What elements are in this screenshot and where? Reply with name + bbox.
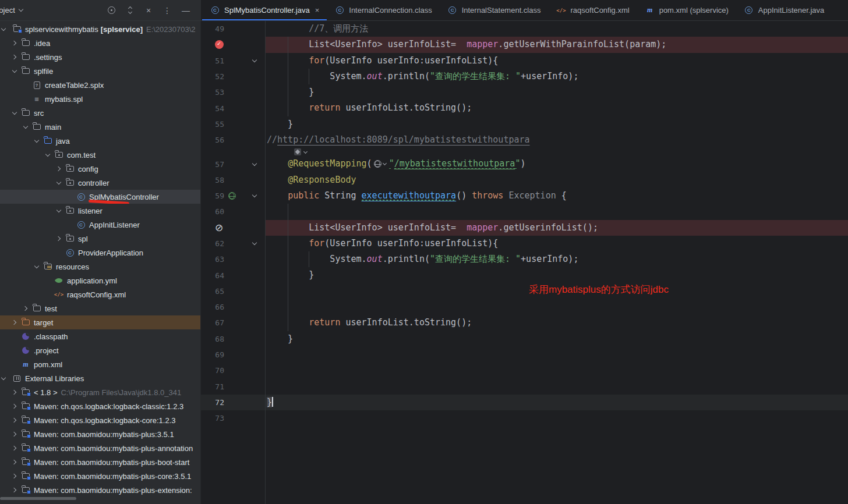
locate-file-icon[interactable]	[107, 6, 116, 15]
tree-item-maven-com-baomidou-mybatis-plus-core-3-5-1[interactable]: Maven: com.baomidou:mybatis-plus-core:3.…	[0, 469, 200, 483]
tree-item-providerapplication[interactable]: CProviderApplication	[0, 246, 200, 260]
chevron-right-icon[interactable]	[10, 485, 19, 495]
tree-item-appinitlistener[interactable]: CAppInitListener	[0, 218, 200, 232]
fold-arrow-icon[interactable]	[250, 239, 259, 249]
chevron-down-icon[interactable]	[0, 374, 8, 383]
tree-item-settings[interactable]: .settings	[0, 50, 200, 64]
code-editor[interactable]: 49 //7、调用方法✓ List<UserInfo> userInfoList…	[201, 21, 848, 504]
tree-item-spl[interactable]: spl	[0, 232, 200, 246]
code-text[interactable]: for(UserInfo userInfo:userInfoList){	[265, 53, 498, 69]
editor-gutter[interactable]: 51	[201, 53, 265, 69]
request-mapping-globe-icon[interactable]	[374, 160, 387, 168]
editor-gutter[interactable]: 65	[201, 283, 265, 299]
editor-gutter[interactable]: 53	[201, 84, 265, 100]
tree-item-raqsoftconfig-xml[interactable]: </>raqsoftConfig.xml	[0, 288, 200, 301]
tree-item-main[interactable]: main	[0, 120, 200, 134]
tree-item-src[interactable]: src	[0, 106, 200, 120]
breakpoint-icon[interactable]: ✓	[215, 40, 224, 49]
tree-item-1-8[interactable]: < 1.8 >C:\Program Files\Java\jdk1.8.0_34…	[0, 385, 200, 399]
editor-gutter[interactable]: 67	[201, 315, 265, 331]
tree-item-external-libraries[interactable]: External Libraries	[0, 371, 200, 385]
chevron-down-icon[interactable]	[54, 178, 63, 187]
editor-gutter[interactable]: 62	[201, 236, 265, 251]
editor-gutter[interactable]: 54	[201, 100, 265, 116]
chevron-down-icon[interactable]	[32, 262, 41, 271]
code-line-52[interactable]: 52 System.out.println("查询的学生结果集: "+userI…	[201, 69, 848, 84]
code-text[interactable]: @RequestMapping("/mybatistestwithoutpara…	[265, 156, 525, 172]
code-line-66[interactable]: 66	[201, 299, 848, 315]
chevron-down-icon[interactable]	[54, 206, 63, 215]
code-text[interactable]: System.out.println("查询的学生结果集: "+userInfo…	[265, 251, 578, 267]
chevron-right-icon[interactable]	[54, 234, 63, 243]
tree-item-com-test[interactable]: com.test	[0, 148, 200, 162]
code-text[interactable]	[265, 283, 267, 299]
code-line-49[interactable]: 49 //7、调用方法	[201, 21, 848, 37]
code-line-69[interactable]: 69	[201, 347, 848, 363]
editor-gutter[interactable]: 64	[201, 267, 265, 283]
code-text[interactable]	[265, 363, 267, 378]
code-text[interactable]: List<UserInfo> userInfoList= mapper.getU…	[265, 220, 598, 236]
editor-gutter[interactable]: 58	[201, 172, 265, 188]
chevron-down-icon[interactable]	[10, 66, 19, 76]
code-text[interactable]	[265, 299, 267, 315]
project-view-selector[interactable]: roject	[0, 6, 26, 15]
code-line-68[interactable]: 68 }	[201, 331, 848, 347]
code-text[interactable]	[265, 379, 267, 395]
chevron-down-icon[interactable]	[32, 136, 41, 145]
editor-gutter[interactable]: 73	[201, 410, 265, 426]
tab-splmybatiscontroller-java[interactable]: CSplMybatisController.java×	[202, 0, 327, 20]
tab-internalconnection-class[interactable]: CInternalConnection.class	[327, 0, 439, 20]
tree-item-pom-xml[interactable]: mpom.xml	[0, 357, 200, 371]
chevron-down-icon[interactable]	[0, 24, 8, 34]
code-line-58[interactable]: 58 @ResponseBody	[201, 172, 848, 188]
tree-item-application-yml[interactable]: application.yml	[0, 274, 200, 288]
chevron-right-icon[interactable]	[10, 388, 19, 397]
code-text[interactable]: }	[265, 331, 293, 347]
code-text[interactable]: System.out.println("查询的学生结果集: "+userInfo…	[265, 69, 578, 84]
tree-item-resources[interactable]: resources	[0, 260, 200, 274]
tree-item-splfile[interactable]: splfile	[0, 64, 200, 78]
code-line-59[interactable]: 59 public String executewithoutpara() th…	[201, 188, 848, 204]
chevron-down-icon[interactable]	[21, 122, 30, 132]
code-text[interactable]: //7、调用方法	[265, 21, 368, 37]
code-line-50[interactable]: ✓ List<UserInfo> userInfoList= mapper.ge…	[201, 37, 848, 52]
editor-gutter[interactable]: 49	[201, 21, 265, 37]
code-line-72[interactable]: 72}	[201, 395, 848, 410]
editor-gutter[interactable]: 71	[201, 379, 265, 395]
code-text[interactable]: public String executewithoutpara() throw…	[265, 188, 567, 204]
horizontal-scrollbar[interactable]	[0, 497, 76, 500]
code-line-70[interactable]: 70	[201, 363, 848, 378]
close-tab-icon[interactable]: ×	[315, 6, 320, 15]
bean-inlay-icon[interactable]	[294, 148, 301, 155]
editor-gutter[interactable]: 57	[201, 156, 265, 172]
hide-panel-icon[interactable]: —	[181, 6, 190, 15]
tree-item-maven-com-baomidou-mybatis-plus-boot-start[interactable]: Maven: com.baomidou:mybatis-plus-boot-st…	[0, 455, 200, 469]
code-line-57[interactable]: 57 @RequestMapping("/mybatistestwithoutp…	[201, 156, 848, 172]
spring-endpoint-icon[interactable]	[228, 192, 236, 200]
code-line-64[interactable]: 64 }	[201, 267, 848, 283]
tab-raqsoftconfig-xml[interactable]: </>raqsoftConfig.xml	[549, 0, 637, 20]
tree-item-splservicewithmybatis[interactable]: splservicewithmybatis[splservice]E:\2023…	[0, 22, 200, 36]
tree-item-maven-ch-qos-logback-logback-classic-1-2-3[interactable]: Maven: ch.qos.logback:logback-classic:1.…	[0, 399, 200, 413]
tree-item-createtable2-splx[interactable]: ?createTable2.splx	[0, 78, 200, 92]
code-line-60[interactable]: 60	[201, 204, 848, 219]
chevron-right-icon[interactable]	[54, 164, 63, 173]
chevron-down-icon[interactable]	[10, 108, 19, 118]
tree-item-maven-com-baomidou-mybatis-plus-annotation[interactable]: Maven: com.baomidou:mybatis-plus-annotat…	[0, 441, 200, 455]
editor-gutter[interactable]: 72	[201, 395, 265, 410]
tab-pom-xml-splservice[interactable]: mpom.xml (splservice)	[637, 0, 736, 20]
code-text[interactable]: return userInfoList.toString();	[265, 100, 472, 116]
chevron-right-icon[interactable]	[10, 430, 19, 439]
code-line-62[interactable]: 62 for(UserInfo userInfo:userInfoList){	[201, 236, 848, 251]
chevron-right-icon[interactable]	[10, 38, 19, 48]
tab-internalstatement-class[interactable]: CInternalStatement.class	[440, 0, 549, 20]
tree-item-controller[interactable]: controller	[0, 176, 200, 190]
endpoint-inlay-hint[interactable]	[201, 148, 848, 156]
code-text[interactable]: List<UserInfo> userInfoList= mapper.getU…	[265, 37, 666, 52]
fold-arrow-icon[interactable]	[250, 191, 259, 201]
chevron-right-icon[interactable]	[10, 52, 19, 62]
code-line-51[interactable]: 51 for(UserInfo userInfo:userInfoList){	[201, 53, 848, 69]
tree-item-config[interactable]: config	[0, 162, 200, 176]
code-line-73[interactable]: 73	[201, 410, 848, 426]
chevron-right-icon[interactable]	[10, 416, 19, 425]
